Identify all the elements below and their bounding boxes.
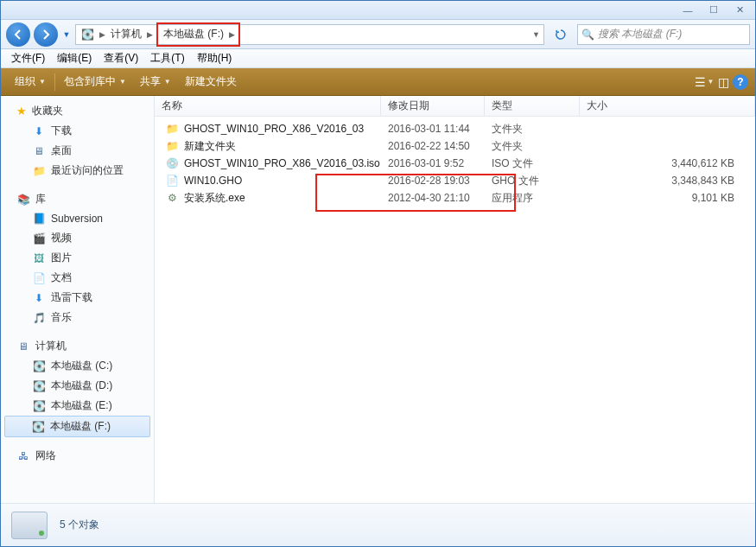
file-icon: ⚙: [165, 191, 179, 205]
sidebar-fav-item-2[interactable]: 📁最近访问的位置: [1, 161, 154, 181]
file-list[interactable]: 📁GHOST_WIN10_PRO_X86_V2016_032016-03-01 …: [155, 117, 755, 503]
item-icon: 📁: [32, 164, 46, 178]
sidebar-fav-item-1[interactable]: 🖥桌面: [1, 141, 154, 161]
chevron-down-icon[interactable]: ▼: [530, 30, 542, 39]
file-row[interactable]: 📄WIN10.GHO2016-02-28 19:03GHO 文件3,348,84…: [155, 172, 755, 189]
libraries-label: 库: [35, 192, 46, 207]
sidebar-lib-item-5[interactable]: 🎵音乐: [1, 308, 154, 328]
computer-icon: 🖥: [16, 340, 30, 353]
sidebar-comp-item-0[interactable]: 💽本地磁盘 (C:): [1, 356, 154, 376]
breadcrumb-computer[interactable]: 计算机: [107, 25, 145, 44]
sidebar-comp-item-3[interactable]: 💽本地磁盘 (F:): [4, 416, 150, 437]
item-icon: ⬇: [32, 291, 46, 305]
item-icon: 💽: [32, 379, 46, 393]
item-label: Subversion: [51, 213, 103, 225]
chevron-right-icon: ▶: [145, 30, 155, 39]
maximize-button[interactable]: ☐: [702, 3, 726, 17]
share-button[interactable]: 共享▼: [133, 71, 178, 92]
item-label: 本地磁盘 (C:): [51, 359, 112, 373]
preview-pane-button[interactable]: ◫: [714, 73, 733, 92]
network-group: 🖧 网络: [1, 446, 154, 466]
file-date: 2016-02-28 19:03: [381, 175, 485, 187]
file-name: GHOST_WIN10_PRO_X86_V2016_03.iso: [184, 157, 380, 169]
view-options-button[interactable]: ☰▼: [695, 73, 714, 92]
sidebar-lib-item-3[interactable]: 📄文档: [1, 268, 154, 288]
file-size: 3,440,612 KB: [580, 157, 755, 169]
file-date: 2012-04-30 21:10: [381, 192, 485, 204]
item-icon: ⬇: [32, 124, 46, 138]
computer-header[interactable]: 🖥 计算机: [1, 336, 154, 356]
minimize-button[interactable]: —: [676, 3, 700, 17]
item-icon: 📘: [32, 212, 46, 226]
item-label: 图片: [51, 251, 72, 265]
chevron-down-icon: ▼: [39, 78, 46, 86]
sidebar-comp-item-1[interactable]: 💽本地磁盘 (D:): [1, 376, 154, 396]
col-size[interactable]: 大小: [580, 96, 755, 116]
item-label: 桌面: [51, 143, 72, 158]
breadcrumb[interactable]: 💽 ▶ 计算机 ▶ 本地磁盘 (F:) ▶ ▼: [75, 24, 544, 45]
network-label: 网络: [35, 448, 56, 463]
file-icon: 📁: [165, 139, 179, 153]
sidebar-lib-item-0[interactable]: 📘Subversion: [1, 209, 154, 228]
col-type[interactable]: 类型: [485, 96, 580, 116]
search-input[interactable]: 🔍 搜索 本地磁盘 (F:): [577, 24, 750, 45]
sidebar-lib-item-4[interactable]: ⬇迅雷下载: [1, 288, 154, 308]
file-size: 3,348,843 KB: [580, 175, 755, 187]
file-row[interactable]: 📁新建文件夹2016-02-22 14:50文件夹: [155, 137, 755, 155]
col-name[interactable]: 名称: [155, 96, 381, 116]
main-panel: 名称 修改日期 类型 大小 📁GHOST_WIN10_PRO_X86_V2016…: [155, 96, 755, 503]
menu-help[interactable]: 帮助(H): [192, 49, 238, 67]
new-folder-button[interactable]: 新建文件夹: [178, 71, 244, 92]
file-icon: 💿: [165, 156, 179, 170]
history-dropdown[interactable]: ▼: [61, 26, 72, 43]
star-icon: ★: [16, 105, 27, 118]
file-icon: 📄: [165, 174, 179, 188]
sidebar-lib-item-1[interactable]: 🎬视频: [1, 228, 154, 248]
sidebar-comp-item-2[interactable]: 💽本地磁盘 (E:): [1, 396, 154, 416]
network-header[interactable]: 🖧 网络: [1, 446, 154, 466]
item-icon: 💽: [32, 359, 46, 373]
file-name: GHOST_WIN10_PRO_X86_V2016_03: [184, 123, 364, 135]
close-button[interactable]: ✕: [727, 3, 752, 17]
breadcrumb-highlight: 本地磁盘 (F:) ▶: [156, 22, 240, 47]
item-icon: 🎬: [32, 232, 46, 245]
body: ★ 收藏夹 ⬇下载🖥桌面📁最近访问的位置 📚 库 📘Subversion🎬视频🖼…: [1, 96, 755, 503]
sidebar-fav-item-0[interactable]: ⬇下载: [1, 121, 154, 141]
statusbar: 5 个对象: [1, 503, 755, 546]
explorer-window: — ☐ ✕ ▼ 💽 ▶ 计算机 ▶ 本地磁盘 (F:) ▶ ▼ 🔍: [0, 0, 756, 547]
file-row[interactable]: ⚙安装系统.exe2012-04-30 21:10应用程序9,101 KB: [155, 189, 755, 207]
col-date[interactable]: 修改日期: [381, 96, 485, 116]
libraries-group: 📚 库 📘Subversion🎬视频🖼图片📄文档⬇迅雷下载🎵音乐: [1, 189, 154, 328]
breadcrumb-drive[interactable]: 本地磁盘 (F:): [160, 24, 227, 45]
item-label: 文档: [51, 270, 72, 285]
menu-file[interactable]: 文件(F): [6, 49, 50, 67]
chevron-right-icon: ▶: [227, 30, 237, 39]
libraries-header[interactable]: 📚 库: [1, 189, 154, 209]
refresh-button[interactable]: [551, 25, 570, 44]
file-name: 安装系统.exe: [184, 191, 245, 206]
file-type: GHO 文件: [485, 174, 580, 188]
network-icon: 🖧: [16, 449, 30, 463]
menu-tools[interactable]: 工具(T): [145, 49, 189, 67]
column-headers: 名称 修改日期 类型 大小: [155, 96, 755, 117]
file-type: 应用程序: [485, 191, 580, 206]
include-library-button[interactable]: 包含到库中▼: [57, 71, 133, 92]
menu-edit[interactable]: 编辑(E): [52, 49, 97, 67]
menu-view[interactable]: 查看(V): [98, 49, 143, 67]
sidebar-lib-item-2[interactable]: 🖼图片: [1, 248, 154, 268]
item-icon: 🖥: [32, 144, 46, 158]
item-icon: 🖼: [32, 251, 46, 265]
file-row[interactable]: 📁GHOST_WIN10_PRO_X86_V2016_032016-03-01 …: [155, 120, 755, 137]
sidebar: ★ 收藏夹 ⬇下载🖥桌面📁最近访问的位置 📚 库 📘Subversion🎬视频🖼…: [1, 96, 155, 503]
back-button[interactable]: [6, 22, 30, 47]
chevron-down-icon: ▼: [119, 78, 126, 86]
organize-button[interactable]: 组织▼: [8, 71, 53, 92]
favorites-header[interactable]: ★ 收藏夹: [1, 101, 154, 121]
refresh-icon: [555, 29, 567, 41]
file-row[interactable]: 💿GHOST_WIN10_PRO_X86_V2016_03.iso2016-03…: [155, 155, 755, 172]
forward-button[interactable]: [34, 22, 58, 47]
toolbar: 组织▼ 包含到库中▼ 共享▼ 新建文件夹 ☰▼ ◫ ?: [1, 68, 755, 96]
item-label: 视频: [51, 231, 72, 245]
help-button[interactable]: ?: [733, 74, 748, 90]
file-name: WIN10.GHO: [184, 175, 242, 187]
